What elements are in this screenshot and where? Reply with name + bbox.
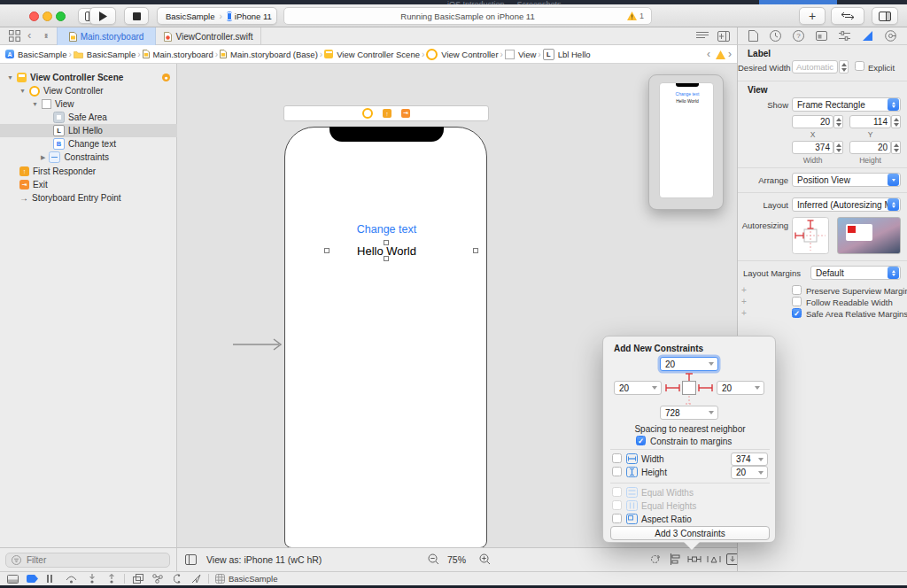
width-constraint-checkbox[interactable]: [612, 453, 622, 463]
breadcrumb-item-project[interactable]: A BasicSample: [5, 50, 66, 59]
bottom-constraint-beam-dashed[interactable]: [685, 396, 694, 405]
minimap-list-icon[interactable]: [696, 31, 709, 41]
aspect-ratio-checkbox[interactable]: [612, 514, 622, 523]
device-frame[interactable]: Change text Hello World: [284, 127, 487, 547]
tab-viewcontroller-swift[interactable]: ViewController.swift: [157, 27, 261, 45]
related-items-icon[interactable]: [9, 30, 20, 42]
file-inspector-icon[interactable]: [748, 30, 758, 42]
breadcrumb-item-view[interactable]: View: [505, 50, 536, 59]
filter-field[interactable]: [5, 553, 170, 568]
top-spacing-combo[interactable]: 20: [660, 357, 718, 371]
disclosure-down-icon[interactable]: ▼: [19, 88, 26, 94]
attributes-inspector-icon[interactable]: [839, 31, 850, 41]
desired-width-stepper[interactable]: [839, 60, 849, 74]
left-spacing-combo[interactable]: 20: [614, 381, 662, 395]
first-responder-dock-icon[interactable]: ↑: [383, 109, 391, 118]
disclosure-down-icon[interactable]: ▼: [32, 101, 38, 107]
equal-heights-checkbox[interactable]: [612, 500, 622, 510]
storyboard-entry-arrow[interactable]: [233, 337, 284, 352]
help-inspector-icon[interactable]: ?: [793, 30, 804, 42]
filter-input[interactable]: [25, 554, 161, 566]
selection-handle-bottom[interactable]: [384, 256, 389, 261]
follow-readable-width-checkbox[interactable]: [792, 297, 802, 306]
outline-row-firstresponder[interactable]: ↑ First Responder: [0, 165, 177, 178]
connections-inspector-icon[interactable]: [885, 30, 896, 42]
right-spacing-combo[interactable]: 20: [717, 381, 764, 395]
pause-icon[interactable]: [47, 575, 52, 583]
simulator-preview-window[interactable]: Change text Hello World: [648, 74, 724, 210]
tab-main-storyboard[interactable]: Main.storyboard: [57, 27, 156, 45]
add-constraints-button-icon[interactable]: [687, 553, 702, 565]
arrange-popup[interactable]: Position View: [792, 173, 901, 187]
process-name[interactable]: BasicSample: [229, 574, 277, 584]
outline-row-button[interactable]: B Change text: [0, 137, 177, 151]
outline-row-constraints[interactable]: ▶ Constraints: [0, 151, 177, 164]
left-constraint-beam[interactable]: [665, 383, 680, 392]
explicit-checkbox[interactable]: [855, 61, 864, 71]
selection-handle-right[interactable]: [473, 248, 478, 253]
back-chevron[interactable]: ‹: [27, 28, 31, 42]
autoresizing-widget[interactable]: [792, 217, 829, 254]
width-stepper[interactable]: [833, 141, 843, 154]
x-stepper[interactable]: [833, 115, 843, 128]
bottom-spacing-combo[interactable]: 728: [660, 406, 718, 420]
y-stepper[interactable]: [891, 115, 901, 128]
preserve-superview-margins-checkbox[interactable]: [792, 285, 802, 295]
view-controller-dock-icon[interactable]: [362, 108, 373, 119]
y-field[interactable]: 114: [849, 115, 891, 128]
environment-overrides-icon[interactable]: [172, 574, 182, 584]
resolve-issues-icon[interactable]: [707, 553, 721, 565]
activity-status-field[interactable]: Running BasicSample on iPhone 11 1: [283, 7, 652, 25]
zoom-out-icon[interactable]: [428, 553, 439, 565]
width-constraint-combo[interactable]: 374: [731, 453, 768, 466]
equal-widths-checkbox[interactable]: [612, 487, 622, 497]
exit-dock-icon[interactable]: ⇥: [401, 109, 410, 118]
size-inspector-icon[interactable]: [862, 30, 873, 42]
issue-warning-icon[interactable]: [716, 50, 725, 59]
editor-mode-button[interactable]: [831, 7, 864, 25]
breadcrumb-item-storyboard-base[interactable]: Main.storyboard (Base): [220, 50, 318, 59]
zoom-level[interactable]: 75%: [447, 554, 466, 565]
breadcrumb-item-scene[interactable]: View Controller Scene: [324, 50, 420, 59]
selection-handle-top[interactable]: [384, 240, 389, 245]
outline-row-safearea[interactable]: Safe Area: [0, 111, 177, 124]
connection-well[interactable]: +: [741, 285, 747, 295]
simulate-location-icon[interactable]: [191, 574, 201, 584]
width-field[interactable]: 374: [792, 141, 833, 154]
identity-inspector-icon[interactable]: [816, 31, 827, 41]
issue-forward-chevron[interactable]: ‹: [728, 48, 732, 60]
status-warning-badge[interactable]: 1: [627, 12, 644, 20]
debug-area-toggle-icon[interactable]: [7, 575, 19, 584]
breadcrumb-item-group[interactable]: BasicSample: [74, 50, 136, 59]
connection-well[interactable]: +: [741, 308, 747, 318]
outline-row-entrypoint[interactable]: → Storyboard Entry Point: [0, 191, 177, 205]
step-over-icon[interactable]: [66, 575, 77, 584]
scheme-selector[interactable]: BasicSample › iPhone 11: [157, 7, 277, 25]
breadcrumb-item-viewcontroller[interactable]: View Controller: [426, 49, 498, 60]
constrain-to-margins-checkbox[interactable]: ✓: [636, 436, 646, 445]
selection-handle-left[interactable]: [324, 248, 329, 253]
library-button[interactable]: +: [799, 7, 826, 25]
run-button[interactable]: [89, 7, 116, 25]
history-inspector-icon[interactable]: [770, 30, 781, 42]
add-editor-icon[interactable]: [717, 31, 730, 42]
outline-row-viewcontroller[interactable]: ▼ View Controller: [0, 84, 177, 97]
traffic-light-close[interactable]: [29, 12, 39, 21]
x-field[interactable]: 20: [792, 115, 833, 128]
desired-width-field[interactable]: Automatic: [792, 60, 838, 74]
breakpoints-toggle-icon[interactable]: [27, 575, 38, 583]
height-constraint-combo[interactable]: 20: [731, 466, 768, 479]
outline-toggle-icon[interactable]: [185, 554, 197, 565]
outline-row-exit[interactable]: ⇥ Exit: [0, 178, 177, 191]
scene-filter-dot-icon[interactable]: ●: [162, 74, 170, 81]
height-constraint-checkbox[interactable]: [612, 467, 622, 476]
traffic-light-minimize[interactable]: [43, 12, 52, 21]
connection-well[interactable]: +: [741, 297, 747, 306]
right-constraint-beam[interactable]: [698, 383, 713, 392]
layout-popup[interactable]: Inferred (Autoresizing Ma…: [792, 197, 901, 212]
update-frames-icon[interactable]: [648, 553, 662, 565]
issue-back-chevron[interactable]: ‹: [707, 48, 710, 60]
outline-row-view[interactable]: ▼ View: [0, 97, 177, 111]
breadcrumb-item-label[interactable]: L Lbl Hello: [543, 49, 591, 60]
breadcrumb-item-storyboard[interactable]: Main.storyboard: [143, 50, 213, 59]
